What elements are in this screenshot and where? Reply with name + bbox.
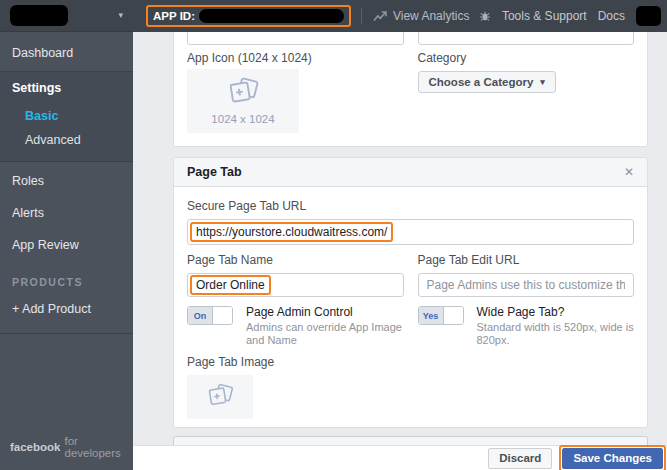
choose-category-button[interactable]: Choose a Category ▾	[418, 71, 556, 93]
sidebar-item-add-product[interactable]: + Add Product	[0, 293, 133, 325]
page-tab-panel: Page Tab ✕ Secure Page Tab URL https://y…	[173, 157, 648, 428]
sidebar-divider	[0, 333, 133, 334]
page-tab-body: Secure Page Tab URL https://yourstore.cl…	[174, 187, 647, 427]
topbar-right: Tools & Support Docs	[479, 6, 661, 26]
sidebar-app-selector[interactable]: ▾	[0, 0, 133, 32]
discard-button[interactable]: Discard	[488, 448, 552, 469]
app-id-label: APP ID:	[153, 10, 195, 22]
for-developers-text: for developers	[65, 435, 121, 459]
sidebar-item-dashboard[interactable]: Dashboard	[0, 37, 133, 69]
app-icon-upload[interactable]: 1024 x 1024	[187, 69, 299, 133]
toggle-on-label: On	[188, 307, 212, 324]
choose-category-label: Choose a Category	[429, 76, 534, 88]
view-analytics-link[interactable]: View Analytics	[393, 9, 469, 23]
annotation-app-id: APP ID:	[146, 5, 351, 27]
developers-logo: facebook for developers	[0, 425, 133, 470]
topbar-divider	[361, 8, 362, 24]
app-icon-column: App Icon (1024 x 1024) 1024 x 1024	[187, 45, 404, 133]
sidebar-nav: Dashboard Settings Basic Advanced Roles …	[0, 32, 133, 425]
toggle-knob	[443, 307, 463, 324]
topbar: APP ID: View Analytics Tools & Suppo	[133, 0, 667, 32]
main-area: APP ID: View Analytics Tools & Suppo	[133, 0, 667, 470]
edit-url-column: Page Tab Edit URL	[418, 253, 635, 297]
sidebar: ▾ Dashboard Settings Basic Advanced Role…	[0, 0, 133, 470]
app-settings-panel: App Icon (1024 x 1024) 1024 x 1024	[173, 32, 648, 147]
footer-action-bar: Discard Save Changes	[133, 445, 667, 470]
sidebar-item-app-review[interactable]: App Review	[0, 229, 133, 261]
app-icon-size-text: 1024 x 1024	[211, 113, 274, 125]
toggle-knob	[212, 307, 232, 324]
save-changes-button[interactable]: Save Changes	[562, 448, 663, 469]
page-tab-image-upload[interactable]	[187, 375, 253, 419]
app-id-redacted	[199, 9, 344, 23]
caret-down-icon: ▾	[540, 78, 545, 87]
photo-stack-icon	[204, 383, 236, 411]
clipped-inputs-row	[187, 32, 634, 45]
docs-link[interactable]: Docs	[598, 9, 625, 23]
app-icon-label: App Icon (1024 x 1024)	[187, 51, 404, 65]
close-icon[interactable]: ✕	[624, 166, 634, 178]
tools-support-link[interactable]: Tools & Support	[502, 9, 587, 23]
category-column: Category Choose a Category ▾	[418, 45, 635, 133]
page-tab-name-input[interactable]: Order Online	[187, 273, 404, 297]
sidebar-products-header: PRODUCTS	[0, 261, 133, 293]
secure-url-value: https://yourstore.cloudwaitress.com/	[196, 225, 387, 239]
secure-url-input[interactable]: https://yourstore.cloudwaitress.com/	[187, 219, 634, 245]
wide-page-tab-label: Wide Page Tab?	[477, 305, 635, 319]
app-window: ▾ Dashboard Settings Basic Advanced Role…	[0, 0, 667, 470]
page-admin-control-toggle[interactable]: On	[187, 306, 233, 325]
page-tab-image-label: Page Tab Image	[187, 355, 634, 369]
page-tab-title: Page Tab	[187, 165, 242, 179]
clipped-text-input-right[interactable]	[418, 32, 635, 45]
annotation-page-tab-name: Order Online	[190, 275, 271, 295]
analytics-trend-icon	[373, 11, 387, 22]
wide-page-tab-row: Yes Wide Page Tab? Standard width is 520…	[418, 305, 635, 347]
page-admin-control-row: On Page Admin Control Admins can overrid…	[187, 305, 404, 347]
edit-url-label: Page Tab Edit URL	[418, 253, 635, 267]
bug-icon	[479, 10, 491, 22]
settings-content[interactable]: App Icon (1024 x 1024) 1024 x 1024	[133, 32, 667, 445]
sidebar-settings-group: Settings Basic Advanced	[0, 71, 133, 162]
page-tab-name-label: Page Tab Name	[187, 253, 404, 267]
sidebar-item-alerts[interactable]: Alerts	[0, 197, 133, 229]
app-name-redacted	[10, 5, 68, 26]
annotation-secure-url: https://yourstore.cloudwaitress.com/	[190, 222, 393, 242]
photo-stack-icon	[224, 77, 262, 109]
clipped-text-input-left[interactable]	[187, 32, 404, 45]
sidebar-item-settings-advanced[interactable]: Advanced	[0, 128, 133, 152]
facebook-wordmark: facebook	[10, 441, 61, 453]
sidebar-item-roles[interactable]: Roles	[0, 165, 133, 197]
page-tab-name-column: Page Tab Name Order Online	[187, 253, 404, 297]
sidebar-item-settings-basic[interactable]: Basic	[0, 104, 133, 128]
page-tab-header: Page Tab ✕	[174, 158, 647, 187]
sidebar-item-settings[interactable]: Settings	[0, 72, 133, 104]
page-admin-control-label: Page Admin Control	[246, 305, 404, 319]
add-platform-button[interactable]: + Add Platform	[173, 436, 648, 445]
account-redacted[interactable]	[636, 6, 661, 26]
page-tab-name-value: Order Online	[196, 278, 265, 292]
secure-url-label: Secure Page Tab URL	[187, 199, 634, 213]
category-label: Category	[418, 51, 635, 65]
wide-page-tab-description: Standard width is 520px, wide is 820px.	[477, 321, 635, 347]
wide-page-tab-toggle[interactable]: Yes	[418, 306, 464, 325]
annotation-save-changes: Save Changes	[559, 445, 666, 470]
edit-url-input[interactable]	[418, 273, 635, 297]
toggle-yes-label: Yes	[419, 307, 443, 324]
chevron-down-icon[interactable]: ▾	[118, 11, 123, 20]
page-admin-control-description: Admins can override App Image and Name	[246, 321, 404, 347]
